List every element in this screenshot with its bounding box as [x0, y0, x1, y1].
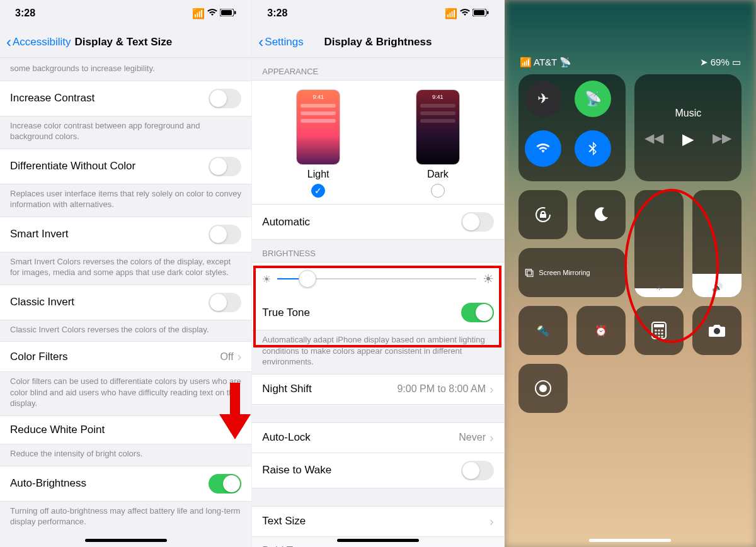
- carrier-label: 📶 AT&T 📡: [520, 57, 571, 68]
- cellular-data-button[interactable]: 📡: [575, 81, 611, 117]
- row-reduce-white-point[interactable]: Reduce White Point: [0, 415, 251, 444]
- chevron-left-icon: ‹: [258, 33, 263, 51]
- signal-icon: 📶: [192, 8, 205, 20]
- radio-light[interactable]: ✓: [311, 184, 325, 198]
- row-automatic[interactable]: Automatic: [252, 205, 503, 240]
- toggle-classic-invert[interactable]: [209, 293, 241, 312]
- svg-rect-2: [234, 11, 236, 14]
- row-night-shift[interactable]: Night Shift 9:00 PM to 8:00 AM›: [252, 374, 503, 405]
- annotation-red-oval: [624, 189, 719, 343]
- chevron-left-icon: ‹: [6, 33, 11, 51]
- screen-mirroring-label: Screen Mirroring: [539, 269, 590, 276]
- row-color-filters[interactable]: Color Filters Off›: [0, 341, 251, 372]
- row-auto-brightness[interactable]: Auto-Brightness: [0, 466, 251, 502]
- status-bar: 3:28 📶: [0, 0, 251, 26]
- footer-auto-brightness: Turning off auto-brightness may affect b…: [0, 502, 251, 534]
- toggle-raise-to-wake[interactable]: [461, 461, 494, 480]
- row-raise-to-wake[interactable]: Raise to Wake: [252, 453, 503, 488]
- svg-point-18: [714, 328, 720, 334]
- toggle-automatic[interactable]: [461, 212, 494, 232]
- battery-label: ➤ 69% ▭: [700, 57, 741, 68]
- svg-point-20: [539, 385, 547, 392]
- chevron-right-icon: ›: [238, 349, 242, 364]
- music-module[interactable]: Music ◀◀ ▶ ▶▶: [634, 74, 742, 181]
- orientation-lock-button[interactable]: [518, 190, 568, 239]
- preview-clock: 9:41: [297, 94, 340, 100]
- header-brightness: BRIGHTNESS: [252, 240, 503, 262]
- toggle-auto-brightness[interactable]: [209, 474, 241, 493]
- screen-display-brightness: 3:28 📶 ‹ Settings Display & Brightness A…: [252, 0, 504, 547]
- dark-label: Dark: [427, 169, 449, 180]
- status-time: 3:28: [15, 8, 35, 19]
- page-title: Display & Text Size: [75, 36, 173, 48]
- footer-color-filters: Color filters can be used to differentia…: [0, 372, 251, 415]
- row-label: Color Filters: [10, 351, 68, 363]
- toggle-differentiate[interactable]: [209, 157, 241, 176]
- connectivity-module[interactable]: ✈︎ 📡: [518, 74, 626, 181]
- play-icon[interactable]: ▶: [682, 130, 694, 148]
- annotation-arrow: [219, 383, 251, 439]
- battery-icon: [220, 8, 236, 19]
- row-differentiate-without-color[interactable]: Differentiate Without Color: [0, 149, 251, 184]
- settings-list[interactable]: some backgrounds to increase legibility.…: [0, 58, 251, 534]
- radio-dark[interactable]: [431, 184, 445, 198]
- home-indicator[interactable]: [589, 539, 671, 542]
- mode-light[interactable]: 9:41 Light ✓: [258, 89, 378, 198]
- row-label: Bold Text: [262, 544, 306, 547]
- home-indicator[interactable]: [85, 539, 167, 542]
- battery-icon: ▭: [732, 57, 741, 67]
- wifi-button[interactable]: [525, 130, 561, 167]
- chevron-right-icon: ›: [490, 382, 494, 397]
- row-label: Text Size: [262, 515, 306, 527]
- location-icon: ➤: [700, 57, 711, 67]
- signal-icon: 📶: [520, 57, 534, 67]
- music-title: Music: [675, 108, 701, 119]
- preview-clock: 9:41: [416, 94, 459, 100]
- do-not-disturb-button[interactable]: [576, 190, 626, 239]
- mode-dark[interactable]: 9:41 Dark: [378, 89, 498, 198]
- screen-record-button[interactable]: [518, 364, 568, 413]
- screen-mirroring-button[interactable]: ⧉ Screen Mirroring: [518, 248, 626, 297]
- footer-classic-invert: Classic Invert Colors reverses the color…: [0, 320, 251, 342]
- row-classic-invert[interactable]: Classic Invert: [0, 285, 251, 320]
- toggle-increase-contrast[interactable]: [209, 89, 241, 108]
- chevron-right-icon: ›: [490, 431, 494, 445]
- airplane-mode-button[interactable]: ✈︎: [525, 81, 561, 117]
- cc-status-bar: 📶 AT&T 📡 ➤ 69% ▭: [505, 0, 756, 74]
- svg-rect-1: [221, 10, 232, 15]
- svg-rect-5: [487, 11, 489, 14]
- footer-smart-invert: Smart Invert Colors reverses the colors …: [0, 252, 251, 285]
- row-label: Increase Contrast: [10, 92, 94, 104]
- footer-increase-contrast: Increase color contrast between app fore…: [0, 116, 251, 149]
- footer-reduce-white-point: Reduce the intensity of bright colors.: [0, 444, 251, 466]
- battery-icon: [472, 8, 489, 19]
- bluetooth-button[interactable]: [575, 130, 611, 167]
- back-label: Settings: [265, 36, 303, 48]
- forward-icon[interactable]: ▶▶: [713, 130, 731, 148]
- status-time: 3:28: [267, 8, 287, 19]
- status-icons: 📶: [445, 8, 489, 20]
- chevron-right-icon: ›: [490, 514, 494, 529]
- row-detail: 9:00 PM to 8:00 AM: [397, 383, 486, 395]
- light-label: Light: [307, 169, 329, 180]
- screen-mirroring-icon: ⧉: [525, 266, 534, 280]
- back-button[interactable]: ‹ Settings: [258, 33, 303, 51]
- row-label: Classic Invert: [10, 296, 74, 308]
- screen-accessibility-display: 3:28 📶 ‹ Accessibility Display & Text Si…: [0, 0, 252, 547]
- row-smart-invert[interactable]: Smart Invert: [0, 217, 251, 252]
- row-auto-lock[interactable]: Auto-Lock Never›: [252, 422, 503, 453]
- dark-preview: 9:41: [416, 89, 460, 165]
- rewind-icon[interactable]: ◀◀: [644, 130, 663, 148]
- row-label: Night Shift: [262, 383, 311, 395]
- home-indicator[interactable]: [337, 539, 419, 542]
- row-increase-contrast[interactable]: Increase Contrast: [0, 81, 251, 116]
- header-appearance: APPEARANCE: [252, 58, 503, 80]
- toggle-smart-invert[interactable]: [209, 225, 241, 244]
- back-button[interactable]: ‹ Accessibility: [6, 33, 71, 51]
- flashlight-button[interactable]: 🔦: [518, 306, 568, 355]
- timer-button[interactable]: ⏰: [576, 306, 626, 355]
- row-label: Raise to Wake: [262, 464, 331, 477]
- row-text-size[interactable]: Text Size ›: [252, 506, 503, 537]
- status-icons: 📶: [192, 8, 236, 20]
- row-label: Reduce White Point: [10, 424, 105, 436]
